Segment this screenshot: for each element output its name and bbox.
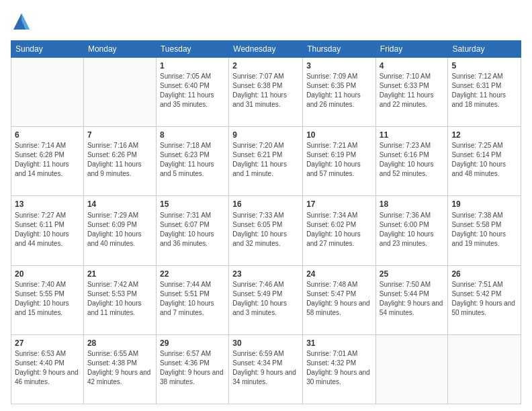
calendar-cell: 23Sunrise: 7:46 AMSunset: 5:49 PMDayligh… bbox=[229, 265, 303, 334]
day-info: Sunrise: 7:38 AMSunset: 5:58 PMDaylight:… bbox=[451, 211, 517, 248]
day-info: Sunrise: 7:33 AMSunset: 6:05 PMDaylight:… bbox=[232, 211, 299, 248]
day-number: 1 bbox=[160, 60, 225, 71]
calendar-cell: 30Sunrise: 6:59 AMSunset: 4:34 PMDayligh… bbox=[229, 334, 303, 404]
day-info: Sunrise: 7:42 AMSunset: 5:53 PMDaylight:… bbox=[87, 280, 152, 318]
day-info: Sunrise: 6:59 AMSunset: 4:34 PMDaylight:… bbox=[232, 349, 299, 387]
calendar-cell: 26Sunrise: 7:51 AMSunset: 5:42 PMDayligh… bbox=[448, 265, 521, 334]
calendar-cell: 20Sunrise: 7:40 AMSunset: 5:55 PMDayligh… bbox=[11, 265, 84, 334]
day-number: 9 bbox=[232, 130, 299, 140]
day-number: 11 bbox=[380, 130, 445, 140]
weekday-header-tuesday: Tuesday bbox=[156, 41, 228, 58]
calendar-cell: 3Sunrise: 7:09 AMSunset: 6:35 PMDaylight… bbox=[303, 58, 376, 127]
calendar-cell: 8Sunrise: 7:18 AMSunset: 6:23 PMDaylight… bbox=[156, 127, 228, 196]
day-info: Sunrise: 7:18 AMSunset: 6:23 PMDaylight:… bbox=[160, 141, 225, 179]
calendar-cell: 24Sunrise: 7:48 AMSunset: 5:47 PMDayligh… bbox=[303, 265, 376, 334]
day-number: 12 bbox=[451, 130, 517, 140]
calendar-cell: 10Sunrise: 7:21 AMSunset: 6:19 PMDayligh… bbox=[303, 127, 376, 196]
day-info: Sunrise: 7:29 AMSunset: 6:09 PMDaylight:… bbox=[87, 211, 152, 248]
day-number: 4 bbox=[380, 60, 445, 71]
day-info: Sunrise: 7:05 AMSunset: 6:40 PMDaylight:… bbox=[160, 72, 225, 109]
calendar-cell: 12Sunrise: 7:25 AMSunset: 6:14 PMDayligh… bbox=[448, 127, 521, 196]
day-info: Sunrise: 7:07 AMSunset: 6:38 PMDaylight:… bbox=[232, 72, 299, 109]
day-info: Sunrise: 7:44 AMSunset: 5:51 PMDaylight:… bbox=[160, 280, 225, 318]
calendar-cell: 6Sunrise: 7:14 AMSunset: 6:28 PMDaylight… bbox=[11, 127, 84, 196]
day-info: Sunrise: 6:55 AMSunset: 4:38 PMDaylight:… bbox=[87, 349, 152, 387]
day-number: 8 bbox=[160, 130, 225, 140]
day-number: 30 bbox=[232, 338, 299, 349]
day-number: 10 bbox=[306, 130, 372, 140]
day-number: 25 bbox=[380, 269, 445, 279]
day-number: 29 bbox=[160, 338, 225, 349]
weekday-header-thursday: Thursday bbox=[303, 41, 376, 58]
calendar-cell: 13Sunrise: 7:27 AMSunset: 6:11 PMDayligh… bbox=[11, 196, 84, 265]
calendar-week-2: 13Sunrise: 7:27 AMSunset: 6:11 PMDayligh… bbox=[11, 196, 521, 265]
day-info: Sunrise: 7:20 AMSunset: 6:21 PMDaylight:… bbox=[232, 141, 299, 179]
day-info: Sunrise: 7:51 AMSunset: 5:42 PMDaylight:… bbox=[451, 280, 517, 318]
day-info: Sunrise: 7:31 AMSunset: 6:07 PMDaylight:… bbox=[160, 211, 225, 248]
calendar-cell: 28Sunrise: 6:55 AMSunset: 4:38 PMDayligh… bbox=[83, 334, 156, 404]
calendar-cell: 4Sunrise: 7:10 AMSunset: 6:33 PMDaylight… bbox=[375, 58, 448, 127]
calendar-cell bbox=[375, 334, 448, 404]
calendar-cell: 25Sunrise: 7:50 AMSunset: 5:44 PMDayligh… bbox=[375, 265, 448, 334]
calendar-week-3: 20Sunrise: 7:40 AMSunset: 5:55 PMDayligh… bbox=[11, 265, 521, 334]
day-info: Sunrise: 7:25 AMSunset: 6:14 PMDaylight:… bbox=[451, 141, 517, 179]
calendar-table: SundayMondayTuesdayWednesdayThursdayFrid… bbox=[11, 40, 521, 404]
calendar-cell: 2Sunrise: 7:07 AMSunset: 6:38 PMDaylight… bbox=[229, 58, 303, 127]
calendar-cell: 11Sunrise: 7:23 AMSunset: 6:16 PMDayligh… bbox=[375, 127, 448, 196]
day-number: 15 bbox=[160, 199, 225, 210]
calendar-cell: 18Sunrise: 7:36 AMSunset: 6:00 PMDayligh… bbox=[375, 196, 448, 265]
day-number: 16 bbox=[232, 199, 299, 210]
header bbox=[11, 11, 521, 35]
calendar-cell: 5Sunrise: 7:12 AMSunset: 6:31 PMDaylight… bbox=[448, 58, 521, 127]
day-number: 28 bbox=[87, 338, 152, 349]
day-info: Sunrise: 7:48 AMSunset: 5:47 PMDaylight:… bbox=[306, 280, 372, 318]
day-number: 23 bbox=[232, 269, 299, 279]
day-number: 22 bbox=[160, 269, 225, 279]
weekday-header-wednesday: Wednesday bbox=[229, 41, 303, 58]
day-number: 27 bbox=[15, 338, 80, 349]
calendar-cell: 29Sunrise: 6:57 AMSunset: 4:36 PMDayligh… bbox=[156, 334, 228, 404]
page: SundayMondayTuesdayWednesdayThursdayFrid… bbox=[0, 0, 532, 411]
calendar-cell: 19Sunrise: 7:38 AMSunset: 5:58 PMDayligh… bbox=[448, 196, 521, 265]
day-info: Sunrise: 7:14 AMSunset: 6:28 PMDaylight:… bbox=[15, 141, 80, 179]
day-number: 19 bbox=[451, 199, 517, 210]
logo-icon bbox=[11, 11, 32, 32]
calendar-cell: 15Sunrise: 7:31 AMSunset: 6:07 PMDayligh… bbox=[156, 196, 228, 265]
calendar-cell bbox=[11, 58, 84, 127]
day-info: Sunrise: 7:10 AMSunset: 6:33 PMDaylight:… bbox=[380, 72, 445, 109]
day-number: 5 bbox=[451, 60, 517, 71]
day-info: Sunrise: 6:57 AMSunset: 4:36 PMDaylight:… bbox=[160, 349, 225, 387]
calendar-cell: 14Sunrise: 7:29 AMSunset: 6:09 PMDayligh… bbox=[83, 196, 156, 265]
day-info: Sunrise: 7:21 AMSunset: 6:19 PMDaylight:… bbox=[306, 141, 372, 179]
day-number: 13 bbox=[15, 199, 80, 210]
calendar-cell: 27Sunrise: 6:53 AMSunset: 4:40 PMDayligh… bbox=[11, 334, 84, 404]
day-info: Sunrise: 6:53 AMSunset: 4:40 PMDaylight:… bbox=[15, 349, 80, 387]
weekday-header-friday: Friday bbox=[375, 41, 448, 58]
calendar-cell: 16Sunrise: 7:33 AMSunset: 6:05 PMDayligh… bbox=[229, 196, 303, 265]
calendar-cell: 31Sunrise: 7:01 AMSunset: 4:32 PMDayligh… bbox=[303, 334, 376, 404]
day-info: Sunrise: 7:23 AMSunset: 6:16 PMDaylight:… bbox=[380, 141, 445, 179]
weekday-header-monday: Monday bbox=[83, 41, 156, 58]
calendar-cell: 7Sunrise: 7:16 AMSunset: 6:26 PMDaylight… bbox=[83, 127, 156, 196]
weekday-header-saturday: Saturday bbox=[448, 41, 521, 58]
calendar-header-row: SundayMondayTuesdayWednesdayThursdayFrid… bbox=[11, 41, 521, 58]
day-number: 2 bbox=[232, 60, 299, 71]
day-number: 24 bbox=[306, 269, 372, 279]
day-number: 6 bbox=[15, 130, 80, 140]
day-number: 26 bbox=[451, 269, 517, 279]
calendar-week-0: 1Sunrise: 7:05 AMSunset: 6:40 PMDaylight… bbox=[11, 58, 521, 127]
day-info: Sunrise: 7:34 AMSunset: 6:02 PMDaylight:… bbox=[306, 211, 372, 248]
day-number: 14 bbox=[87, 199, 152, 210]
logo bbox=[11, 11, 35, 35]
day-info: Sunrise: 7:12 AMSunset: 6:31 PMDaylight:… bbox=[451, 72, 517, 109]
day-info: Sunrise: 7:09 AMSunset: 6:35 PMDaylight:… bbox=[306, 72, 372, 109]
day-number: 3 bbox=[306, 60, 372, 71]
day-number: 20 bbox=[15, 269, 80, 279]
day-info: Sunrise: 7:16 AMSunset: 6:26 PMDaylight:… bbox=[87, 141, 152, 179]
day-number: 31 bbox=[306, 338, 372, 349]
weekday-header-sunday: Sunday bbox=[11, 41, 84, 58]
calendar-cell: 17Sunrise: 7:34 AMSunset: 6:02 PMDayligh… bbox=[303, 196, 376, 265]
calendar-week-4: 27Sunrise: 6:53 AMSunset: 4:40 PMDayligh… bbox=[11, 334, 521, 404]
calendar-cell: 9Sunrise: 7:20 AMSunset: 6:21 PMDaylight… bbox=[229, 127, 303, 196]
day-info: Sunrise: 7:36 AMSunset: 6:00 PMDaylight:… bbox=[380, 211, 445, 248]
